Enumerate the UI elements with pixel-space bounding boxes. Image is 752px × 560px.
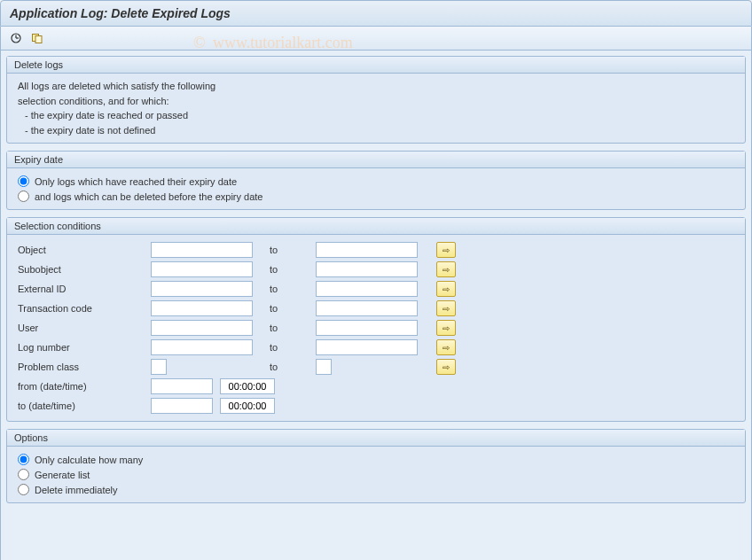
input-to-date[interactable]	[151, 398, 213, 414]
radio-label: Only calculate how many	[35, 455, 143, 465]
selection-row-from-datetime: from (date/time)	[18, 377, 734, 396]
radio-expiry-reached[interactable]	[18, 175, 29, 187]
group-selection-conditions: Selection conditions Objectto⇨Subobjectt…	[6, 217, 746, 422]
svg-rect-4	[35, 36, 42, 43]
group-header-options: Options	[7, 430, 745, 447]
info-text: - the expiry date is reached or passed	[25, 108, 734, 123]
radio-generate-list[interactable]	[18, 469, 29, 480]
input-object-to[interactable]	[316, 242, 418, 258]
radio-label: Only logs which have reached their expir…	[35, 176, 237, 187]
input-object-from[interactable]	[151, 242, 253, 258]
input-subobject-from[interactable]	[151, 261, 253, 277]
input-problem-class-from[interactable]	[151, 359, 167, 375]
field-label: Transaction code	[18, 303, 151, 314]
input-user-to[interactable]	[316, 320, 418, 336]
range-separator: to	[270, 264, 303, 275]
multiple-selection-button[interactable]: ⇨	[436, 261, 456, 277]
input-user-from[interactable]	[151, 320, 253, 336]
input-external id-to[interactable]	[316, 281, 418, 297]
range-separator: to	[270, 245, 303, 255]
radio-delete-immediately[interactable]	[18, 484, 29, 495]
range-separator: to	[270, 362, 303, 372]
variant-icon[interactable]	[29, 30, 45, 46]
radio-calc-only[interactable]	[18, 454, 29, 465]
radio-label: Delete immediately	[35, 485, 118, 495]
input-transaction code-to[interactable]	[316, 300, 418, 316]
content-area: Delete logs All logs are deleted which s…	[0, 51, 752, 560]
group-header-expiry: Expiry date	[7, 152, 745, 168]
field-label: External ID	[18, 284, 151, 294]
group-options: Options Only calculate how many Generate…	[6, 429, 746, 503]
multiple-selection-button[interactable]: ⇨	[436, 300, 456, 316]
selection-row: External IDto⇨	[18, 279, 734, 299]
field-label: Subobject	[18, 264, 151, 275]
input-to-time[interactable]	[220, 398, 275, 414]
input-subobject-to[interactable]	[316, 261, 418, 277]
radio-label: Generate list	[35, 470, 90, 480]
input-log number-to[interactable]	[316, 339, 418, 355]
field-label: Object	[18, 245, 151, 255]
execute-icon[interactable]	[8, 30, 24, 46]
selection-row-problem-class: Problem classto⇨	[18, 357, 734, 377]
page-title: Application Log: Delete Expired Logs	[0, 0, 752, 27]
radio-label: and logs which can be deleted before the…	[35, 191, 262, 202]
multiple-selection-button[interactable]: ⇨	[436, 359, 456, 375]
input-from-time[interactable]	[220, 378, 275, 394]
field-label: User	[18, 323, 151, 333]
group-expiry-date: Expiry date Only logs which have reached…	[6, 151, 746, 210]
info-text: selection conditions, and for which:	[18, 94, 734, 109]
info-text: All logs are deleted which satisfy the f…	[18, 79, 734, 94]
selection-row-to-datetime: to (date/time)	[18, 396, 734, 416]
range-separator: to	[270, 323, 303, 333]
info-text: - the expiry date is not defined	[25, 123, 734, 138]
group-header-selection: Selection conditions	[7, 218, 745, 235]
input-transaction code-from[interactable]	[151, 300, 253, 316]
input-problem-class-to[interactable]	[316, 359, 332, 375]
group-delete-logs: Delete logs All logs are deleted which s…	[6, 56, 746, 144]
range-separator: to	[270, 342, 303, 353]
input-log number-from[interactable]	[151, 339, 253, 355]
selection-row: Userto⇨	[18, 318, 734, 338]
selection-row: Subobjectto⇨	[18, 260, 734, 279]
selection-row: Log numberto⇨	[18, 338, 734, 357]
range-separator: to	[270, 303, 303, 314]
field-label: from (date/time)	[18, 381, 151, 392]
group-header-delete-logs: Delete logs	[7, 57, 745, 74]
toolbar	[0, 27, 752, 51]
field-label: Log number	[18, 342, 151, 353]
multiple-selection-button[interactable]: ⇨	[436, 242, 456, 258]
multiple-selection-button[interactable]: ⇨	[436, 320, 456, 336]
input-external id-from[interactable]	[151, 281, 253, 297]
input-from-date[interactable]	[151, 378, 213, 394]
field-label: Problem class	[18, 362, 151, 372]
multiple-selection-button[interactable]: ⇨	[436, 281, 456, 297]
field-label: to (date/time)	[18, 401, 151, 411]
selection-row: Transaction codeto⇨	[18, 299, 734, 318]
range-separator: to	[270, 284, 303, 294]
radio-expiry-before[interactable]	[18, 191, 29, 202]
selection-row: Objectto⇨	[18, 240, 734, 260]
multiple-selection-button[interactable]: ⇨	[436, 339, 456, 355]
